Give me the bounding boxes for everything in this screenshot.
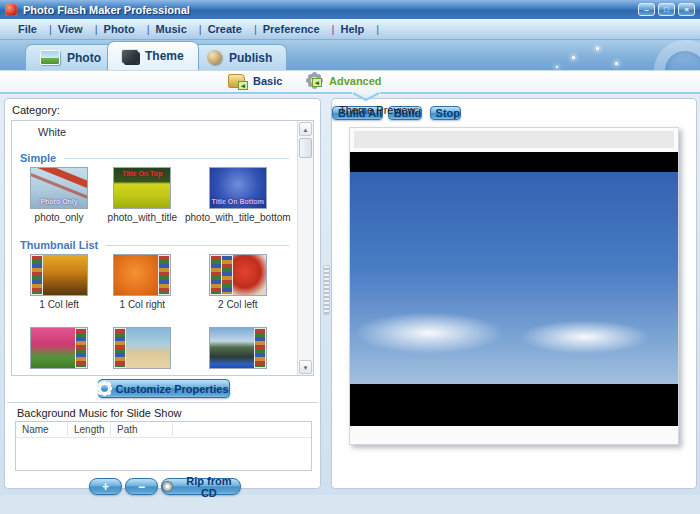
prev-frame-icon[interactable]: ◂ bbox=[379, 153, 387, 170]
theme-item-photo-only[interactable]: Photo Only photo_only bbox=[16, 167, 102, 223]
subtab-underline bbox=[380, 92, 700, 94]
preview-stage: ▸ |◂ ◂ ▸ ▸| bbox=[350, 152, 678, 426]
stop-label: Stop bbox=[436, 107, 460, 119]
menu-help[interactable]: Help bbox=[334, 23, 376, 35]
restore-button[interactable]: □ bbox=[658, 3, 675, 16]
tab-publish-label: Publish bbox=[229, 51, 272, 65]
theme-tab-icon bbox=[122, 50, 138, 63]
sparkle-icon bbox=[596, 47, 599, 50]
stop-button[interactable]: Stop bbox=[430, 106, 461, 120]
last-frame-icon[interactable]: ▸| bbox=[404, 153, 416, 170]
theme-caption: 1 Col left bbox=[39, 299, 78, 310]
arrow-badge-icon: ◂ bbox=[312, 78, 322, 87]
subtab-bar: ◂ Basic ◂ Advanced bbox=[0, 70, 700, 95]
advanced-gear-icon: ◂ bbox=[308, 74, 321, 87]
sparkle-icon bbox=[556, 66, 558, 68]
menu-view[interactable]: View bbox=[52, 23, 95, 35]
sparkle-icon bbox=[572, 56, 575, 59]
theme-thumbnail: Title On Top bbox=[113, 167, 171, 209]
cd-icon bbox=[162, 481, 173, 492]
gear-icon bbox=[99, 383, 110, 394]
subtab-basic[interactable]: ◂ Basic bbox=[228, 74, 282, 88]
theme-caption: photo_only bbox=[35, 212, 84, 223]
theme-caption-white[interactable]: White bbox=[38, 126, 66, 138]
subtab-advanced-label: Advanced bbox=[329, 75, 382, 87]
title-bar: Photo Flash Maker Professional – □ × bbox=[0, 0, 700, 19]
window-title: Photo Flash Maker Professional bbox=[23, 4, 190, 16]
menu-bar: File| View| Photo| Music| Create| Prefer… bbox=[0, 19, 700, 40]
theme-item-1-col-left[interactable]: 1 Col left bbox=[16, 254, 102, 310]
tab-theme-label: Theme bbox=[145, 49, 184, 63]
remove-music-button[interactable]: − bbox=[125, 478, 158, 495]
category-label: Category: bbox=[12, 104, 60, 116]
preview-photo bbox=[350, 172, 678, 384]
menu-preference[interactable]: Preference bbox=[257, 23, 332, 35]
music-table-header: Name Length Path bbox=[16, 422, 311, 438]
theme-item-tulips[interactable] bbox=[16, 327, 102, 369]
category-list: White Simple Photo Only photo_only Title… bbox=[11, 120, 314, 376]
section-header-simple: Simple bbox=[20, 152, 289, 164]
mountains-left bbox=[350, 322, 535, 384]
theme-thumbnail bbox=[209, 327, 267, 369]
menu-separator: | bbox=[376, 23, 379, 35]
theme-item-photo-with-title[interactable]: Title On Top photo_with_title bbox=[102, 167, 182, 223]
theme-caption: 2 Col left bbox=[218, 299, 257, 310]
publish-tab-icon bbox=[207, 50, 222, 65]
menu-music[interactable]: Music bbox=[150, 23, 199, 35]
menu-file[interactable]: File bbox=[12, 23, 49, 35]
theme-thumbnail bbox=[209, 254, 267, 296]
tab-theme[interactable]: Theme bbox=[107, 41, 199, 70]
close-button[interactable]: × bbox=[678, 3, 695, 16]
arrow-badge-icon: ◂ bbox=[238, 81, 248, 90]
column-name: Name bbox=[22, 424, 49, 435]
add-music-button[interactable]: + bbox=[89, 478, 122, 495]
thumbnail-overlay-text: Title On Top bbox=[114, 170, 170, 177]
preview-title-strip bbox=[354, 131, 674, 148]
main-area: Category: White Simple Photo Only photo_… bbox=[0, 95, 700, 495]
customize-properties-button[interactable]: Customize Properties bbox=[98, 379, 230, 398]
rip-from-cd-label: Rip from CD bbox=[178, 475, 240, 499]
photo-tab-icon bbox=[40, 50, 60, 65]
active-subtab-pointer bbox=[352, 92, 380, 102]
preview-card: ▸ |◂ ◂ ▸ ▸| bbox=[349, 127, 679, 445]
section-header-thumbnail-list: Thumbnail List bbox=[20, 239, 289, 251]
scroll-down-arrow-icon[interactable]: ▼ bbox=[299, 360, 312, 374]
theme-item-lake[interactable] bbox=[183, 327, 293, 369]
splitter-grip-icon bbox=[323, 265, 330, 315]
basic-folder-icon: ◂ bbox=[228, 74, 245, 88]
first-frame-icon[interactable]: |◂ bbox=[362, 153, 374, 170]
theme-item-beach[interactable] bbox=[102, 327, 182, 369]
tab-photo[interactable]: Photo bbox=[25, 44, 116, 70]
theme-preview-label: Theme Preview: bbox=[339, 104, 418, 116]
subtab-advanced[interactable]: ◂ Advanced bbox=[308, 74, 382, 87]
next-frame-icon[interactable]: ▸ bbox=[392, 153, 400, 170]
scrollbar-thumb[interactable] bbox=[299, 138, 312, 158]
menu-create[interactable]: Create bbox=[202, 23, 254, 35]
theme-item-photo-with-title-bottom[interactable]: Title On Bottom photo_with_title_bottom bbox=[183, 167, 293, 223]
player-controls: ▸ |◂ ◂ ▸ ▸| bbox=[350, 152, 678, 171]
theme-item-2-col-left[interactable]: 2 Col left bbox=[183, 254, 293, 310]
play-icon[interactable]: ▸ bbox=[350, 153, 358, 170]
theme-settings-panel: Category: White Simple Photo Only photo_… bbox=[4, 98, 321, 489]
music-table[interactable]: Name Length Path bbox=[15, 421, 312, 471]
minimize-button[interactable]: – bbox=[638, 3, 655, 16]
scroll-up-arrow-icon[interactable]: ▲ bbox=[299, 122, 312, 136]
panel-splitter[interactable] bbox=[321, 95, 330, 495]
music-group-title: Background Music for Slide Show bbox=[17, 407, 181, 419]
app-window: Photo Flash Maker Professional – □ × Fil… bbox=[0, 0, 700, 514]
subtab-basic-label: Basic bbox=[253, 75, 282, 87]
menu-photo[interactable]: Photo bbox=[98, 23, 147, 35]
thumbnail-overlay-text: Photo Only bbox=[31, 198, 87, 205]
tab-publish[interactable]: Publish bbox=[192, 44, 287, 70]
sparkle-icon bbox=[615, 62, 618, 65]
theme-caption: photo_with_title bbox=[108, 212, 178, 223]
app-logo-icon bbox=[5, 4, 17, 16]
category-scrollbar[interactable]: ▲ ▼ bbox=[297, 121, 313, 375]
customize-properties-label: Customize Properties bbox=[115, 383, 228, 395]
theme-thumbnail bbox=[30, 254, 88, 296]
cloud-shape bbox=[520, 320, 650, 354]
theme-preview-panel: Theme Preview: bbox=[331, 98, 697, 489]
tab-strip: Photo Theme Publish bbox=[0, 40, 700, 70]
theme-item-1-col-right[interactable]: 1 Col right bbox=[102, 254, 182, 310]
rip-from-cd-button[interactable]: Rip from CD bbox=[161, 478, 241, 495]
